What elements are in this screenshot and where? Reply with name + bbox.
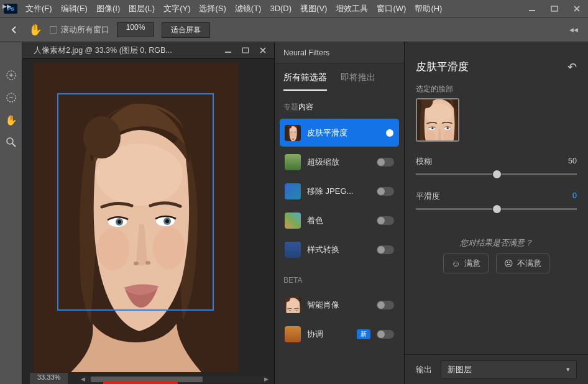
menu-file[interactable]: 文件(F) bbox=[21, 0, 57, 17]
satisfied-button[interactable]: ☺满意 bbox=[443, 254, 488, 273]
menu-type[interactable]: 文字(Y) bbox=[159, 0, 195, 17]
tab-all-filters[interactable]: 所有筛选器 bbox=[283, 72, 327, 91]
scroll-all-checkbox[interactable] bbox=[50, 26, 57, 34]
filter-style-icon bbox=[285, 242, 301, 258]
output-value: 新图层 bbox=[448, 364, 472, 375]
filter-jpeg-label: 移除 JPEG... bbox=[307, 186, 370, 197]
menu-image[interactable]: 图像(I) bbox=[92, 0, 124, 17]
satisfied-label: 满意 bbox=[464, 258, 480, 269]
svg-line-24 bbox=[12, 144, 16, 147]
section-featured: 专题内容 bbox=[275, 91, 404, 119]
filter-settings-panel: 皮肤平滑度 ↶ 选定的脸部 模糊 50 平滑度 0 bbox=[404, 42, 588, 384]
output-label: 输出 bbox=[416, 364, 432, 375]
reset-icon[interactable]: ↶ bbox=[567, 60, 577, 74]
new-badge: 新 bbox=[357, 329, 370, 339]
svg-rect-26 bbox=[243, 48, 249, 53]
filter-superzoom-icon bbox=[285, 154, 301, 170]
blur-value: 50 bbox=[568, 157, 577, 167]
document-tab-title[interactable]: 人像素材2.jpg @ 33.3% (图层 0, RGB... bbox=[34, 45, 217, 56]
settings-title: 皮肤平滑度 bbox=[416, 60, 567, 74]
svg-point-23 bbox=[7, 138, 13, 144]
selected-face-label: 选定的脸部 bbox=[405, 79, 588, 98]
menu-filter[interactable]: 滤镜(T) bbox=[231, 0, 266, 17]
filter-harmonize-label: 协调 bbox=[307, 329, 351, 340]
blur-slider[interactable] bbox=[416, 173, 577, 175]
smoothness-slider[interactable] bbox=[416, 208, 577, 210]
blur-label: 模糊 bbox=[416, 157, 432, 167]
filter-colorize[interactable]: 着色 bbox=[280, 206, 399, 234]
filter-jpeg-toggle[interactable] bbox=[377, 187, 394, 196]
filter-skin-label: 皮肤平滑度 bbox=[307, 127, 370, 139]
left-panel-expand-icon[interactable]: ▶▶ bbox=[0, 2, 14, 11]
filter-superzoom-label: 超级缩放 bbox=[307, 157, 370, 168]
filter-colorize-label: 着色 bbox=[307, 215, 370, 226]
scroll-right-arrow[interactable]: ▶ bbox=[263, 376, 269, 383]
window-maximize[interactable] bbox=[544, 2, 564, 15]
menu-3d[interactable]: 3D(D) bbox=[265, 0, 296, 17]
filter-harmonize-toggle[interactable] bbox=[377, 330, 394, 339]
scroll-left-arrow[interactable]: ◀ bbox=[80, 376, 86, 383]
menu-plugins[interactable]: 增效工具 bbox=[331, 0, 372, 17]
options-expand-icon[interactable]: ◀◀ bbox=[569, 27, 581, 33]
filter-portrait-label: 智能肖像 bbox=[307, 299, 370, 311]
filter-portrait-toggle[interactable] bbox=[377, 301, 394, 309]
filter-portrait-icon bbox=[285, 297, 301, 313]
neural-filters-panel: Neural Filters 所有筛选器 即将推出 专题内容 皮肤平滑度 超级缩… bbox=[274, 42, 404, 384]
scroll-all-label: 滚动所有窗口 bbox=[61, 24, 109, 35]
selected-face-thumbnail[interactable] bbox=[416, 98, 459, 142]
smoothness-value: 0 bbox=[572, 191, 577, 202]
menu-select[interactable]: 选择(S) bbox=[195, 0, 230, 17]
menu-view[interactable]: 视图(V) bbox=[296, 0, 331, 17]
filter-skin-toggle[interactable] bbox=[377, 129, 394, 137]
filter-skin-icon bbox=[285, 125, 301, 141]
window-close[interactable] bbox=[567, 2, 587, 15]
menu-window[interactable]: 窗口(W) bbox=[372, 0, 410, 17]
tab-maximize[interactable] bbox=[239, 45, 252, 55]
tab-coming-soon[interactable]: 即将推出 bbox=[341, 72, 375, 91]
zoom-status: 33.33% bbox=[30, 373, 68, 384]
menu-help[interactable]: 帮助(H) bbox=[410, 0, 446, 17]
filter-skin-smoothing[interactable]: 皮肤平滑度 bbox=[280, 119, 399, 147]
progress-indicator bbox=[103, 381, 178, 384]
unsatisfied-button[interactable]: ☹不满意 bbox=[496, 254, 549, 273]
svg-rect-15 bbox=[551, 6, 558, 11]
back-button[interactable] bbox=[7, 23, 21, 37]
zoom-tool[interactable] bbox=[4, 135, 18, 149]
filter-jpeg-icon bbox=[285, 183, 301, 199]
face-selection-rect bbox=[57, 93, 214, 311]
menu-layer[interactable]: 图层(L) bbox=[124, 0, 159, 17]
unsatisfied-label: 不满意 bbox=[517, 258, 541, 269]
filter-style-label: 样式转换 bbox=[307, 244, 370, 255]
tab-close[interactable] bbox=[257, 45, 269, 55]
smoothness-slider-thumb[interactable] bbox=[492, 204, 502, 214]
filter-superzoom-toggle[interactable] bbox=[377, 158, 394, 167]
tab-minimize[interactable] bbox=[222, 45, 234, 55]
fit-screen-button[interactable]: 适合屏幕 bbox=[162, 22, 210, 38]
menu-edit[interactable]: 编辑(E) bbox=[57, 0, 92, 17]
zoom-input[interactable]: 100% bbox=[117, 22, 154, 37]
filter-smart-portrait[interactable]: 智能肖像 bbox=[280, 291, 399, 319]
feedback-question: 您对结果是否满意？ bbox=[405, 222, 588, 254]
filter-super-zoom[interactable]: 超级缩放 bbox=[280, 148, 399, 176]
smile-icon: ☺ bbox=[451, 258, 460, 268]
window-minimize[interactable] bbox=[522, 2, 542, 15]
hand-tool-icon[interactable]: ✋ bbox=[29, 23, 42, 37]
zoom-out-icon[interactable] bbox=[4, 91, 18, 104]
section-beta: BETA bbox=[275, 265, 404, 291]
frown-icon: ☹ bbox=[504, 258, 513, 268]
filter-harmonization[interactable]: 协调 新 bbox=[280, 320, 399, 348]
filter-jpeg-artifacts[interactable]: 移除 JPEG... bbox=[280, 177, 399, 205]
filter-harmonize-icon bbox=[285, 326, 301, 342]
filter-colorize-icon bbox=[285, 213, 301, 229]
filter-colorize-toggle[interactable] bbox=[377, 216, 394, 225]
smoothness-label: 平滑度 bbox=[416, 191, 440, 202]
filter-style-transfer[interactable]: 样式转换 bbox=[280, 235, 399, 263]
output-select[interactable]: 新图层 ▾ bbox=[441, 360, 577, 379]
chevron-down-icon: ▾ bbox=[566, 365, 570, 373]
blur-slider-thumb[interactable] bbox=[492, 170, 502, 179]
zoom-in-icon[interactable] bbox=[4, 68, 18, 82]
hand-tool[interactable]: ✋ bbox=[4, 113, 18, 127]
filter-style-toggle[interactable] bbox=[377, 245, 394, 254]
neural-filters-title: Neural Filters bbox=[275, 42, 404, 63]
